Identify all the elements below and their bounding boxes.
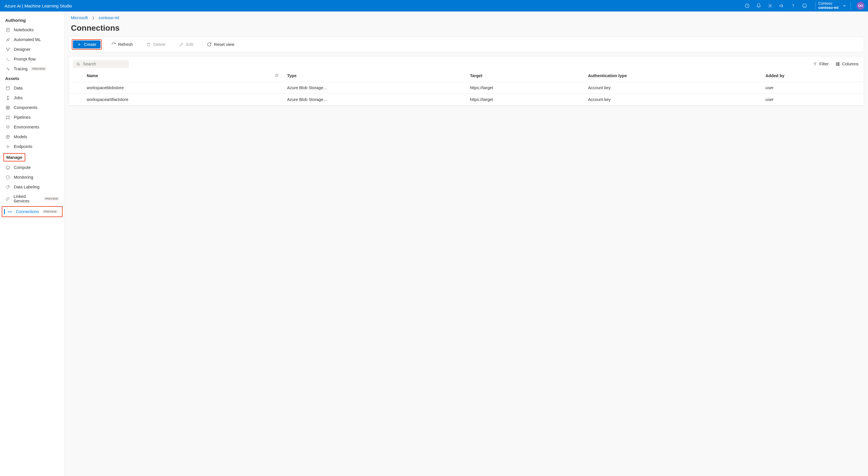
sidebar-item-label: Jobs: [14, 96, 23, 100]
bell-icon[interactable]: [756, 3, 761, 8]
avatar[interactable]: OO: [857, 2, 865, 10]
col-name[interactable]: Name: [83, 70, 271, 82]
sidebar-item-label: Linked Services: [13, 194, 40, 203]
sidebar-item-label: Compute: [14, 165, 31, 170]
svg-rect-18: [6, 108, 7, 109]
smile-icon[interactable]: [802, 3, 807, 8]
cell-name: workspaceblobstore: [83, 82, 271, 94]
notebook-icon: [5, 27, 10, 32]
workspace-chevron-icon[interactable]: [841, 3, 848, 9]
svg-point-12: [9, 47, 9, 48]
col-addedby[interactable]: Added by: [762, 70, 864, 82]
breadcrumb-item-0[interactable]: Microsoft: [71, 15, 88, 20]
search-input[interactable]: [83, 62, 125, 66]
connections-panel: Filter Columns Name Type Target Authenti…: [69, 56, 864, 106]
panel-topbar: Filter Columns: [69, 57, 864, 70]
help-icon[interactable]: [790, 3, 796, 8]
prompt-icon: [5, 57, 10, 62]
sidebar-item-linked-services[interactable]: Linked ServicesPREVIEW: [0, 192, 64, 206]
topbar-divider-2: [850, 2, 851, 9]
cell-addedby: user: [762, 94, 864, 105]
create-button[interactable]: Create: [73, 40, 100, 48]
reset-view-button[interactable]: Reset view: [203, 40, 238, 48]
sidebar-item-data-labeling[interactable]: Data Labeling: [0, 182, 64, 192]
search-box[interactable]: [73, 60, 129, 68]
sidebar: AuthoringNotebooksAutomated MLDesignerPr…: [0, 11, 65, 476]
svg-point-3: [803, 4, 807, 8]
col-star: [271, 70, 283, 82]
toolbar: Create Refresh Delete Edit Reset view: [69, 37, 864, 52]
svg-rect-31: [836, 63, 837, 65]
sidebar-item-notebooks[interactable]: Notebooks: [0, 25, 64, 35]
pipelines-icon: [5, 115, 10, 120]
col-target[interactable]: Target: [466, 70, 584, 82]
sidebar-item-label: Models: [14, 134, 27, 139]
table-row[interactable]: workspaceblobstoreAzure Blob Storage…htt…: [69, 82, 864, 94]
filter-button[interactable]: Filter: [813, 62, 829, 66]
sidebar-item-label: Pipelines: [14, 115, 31, 120]
sidebar-item-label: Environments: [14, 125, 39, 129]
col-type[interactable]: Type: [283, 70, 466, 82]
connections-icon: [7, 209, 12, 214]
preview-badge: PREVIEW: [42, 210, 58, 213]
clock-icon[interactable]: [745, 3, 750, 8]
sidebar-item-label: Tracing: [14, 67, 28, 71]
sidebar-item-components[interactable]: Components: [0, 103, 64, 112]
svg-point-22: [6, 118, 7, 119]
svg-point-21: [9, 115, 9, 116]
columns-button[interactable]: Columns: [836, 62, 859, 66]
cell-star[interactable]: [271, 94, 283, 105]
tracing-icon: [5, 66, 10, 71]
compute-icon: [5, 165, 10, 170]
sidebar-item-endpoints[interactable]: Endpoints: [0, 142, 64, 151]
sidebar-item-automated-ml[interactable]: Automated ML: [0, 35, 64, 44]
gear-icon[interactable]: [768, 3, 773, 8]
svg-point-30: [77, 63, 79, 65]
sidebar-item-prompt-flow[interactable]: Prompt flow: [0, 54, 64, 64]
cell-auth: Account key: [584, 82, 761, 94]
sidebar-section-assets: Assets: [0, 74, 64, 83]
table-row[interactable]: workspaceartifactstoreAzure Blob Storage…: [69, 94, 864, 105]
sidebar-item-label: Prompt flow: [14, 57, 36, 61]
monitor-icon: [5, 175, 10, 180]
sidebar-item-pipelines[interactable]: Pipelines: [0, 112, 64, 122]
breadcrumb-item-1[interactable]: contoso-ml: [99, 15, 119, 20]
sidebar-item-models[interactable]: Models: [0, 132, 64, 142]
sidebar-item-jobs[interactable]: Jobs: [0, 93, 64, 103]
sidebar-item-connections[interactable]: ConnectionsPREVIEW: [2, 206, 63, 217]
svg-rect-32: [837, 63, 838, 65]
svg-point-20: [6, 115, 7, 116]
refresh-button[interactable]: Refresh: [107, 40, 137, 48]
sidebar-item-label: Components: [14, 105, 37, 110]
sidebar-item-designer[interactable]: Designer: [0, 44, 64, 54]
cell-addedby: user: [762, 82, 864, 94]
svg-rect-6: [6, 28, 9, 32]
megaphone-icon[interactable]: [779, 3, 784, 8]
cell-target: https://target: [466, 94, 584, 105]
svg-point-13: [7, 50, 8, 51]
sidebar-item-label: Data Labeling: [14, 185, 40, 189]
sidebar-item-compute[interactable]: Compute: [0, 163, 64, 172]
sidebar-item-tracing[interactable]: TracingPREVIEW: [0, 64, 64, 74]
sidebar-item-label: Endpoints: [14, 144, 32, 149]
sidebar-item-label: Designer: [14, 47, 30, 52]
topbar-icon-group: [745, 3, 807, 8]
sidebar-section-authoring: Authoring: [0, 15, 64, 25]
sidebar-item-environments[interactable]: Environments: [0, 122, 64, 132]
tenant-block[interactable]: Contoso contoso-ml: [818, 1, 838, 10]
col-auth[interactable]: Authentication type: [584, 70, 761, 82]
row-check[interactable]: [69, 94, 83, 105]
star-icon[interactable]: [275, 74, 279, 78]
cell-type: Azure Blob Storage…: [283, 94, 466, 105]
cell-name: workspaceartifactstore: [83, 94, 271, 105]
app-title: Azure AI | Machine Learning Studio: [5, 3, 72, 8]
sidebar-item-label: Automated ML: [14, 37, 41, 42]
breadcrumb-sep-icon: ❯: [92, 16, 95, 20]
svg-point-1: [770, 5, 771, 7]
sidebar-item-monitoring[interactable]: Monitoring: [0, 172, 64, 182]
svg-rect-16: [6, 106, 7, 107]
sidebar-item-data[interactable]: Data: [0, 83, 64, 93]
row-check[interactable]: [69, 82, 83, 94]
svg-rect-33: [838, 63, 839, 65]
cell-star[interactable]: [271, 82, 283, 94]
